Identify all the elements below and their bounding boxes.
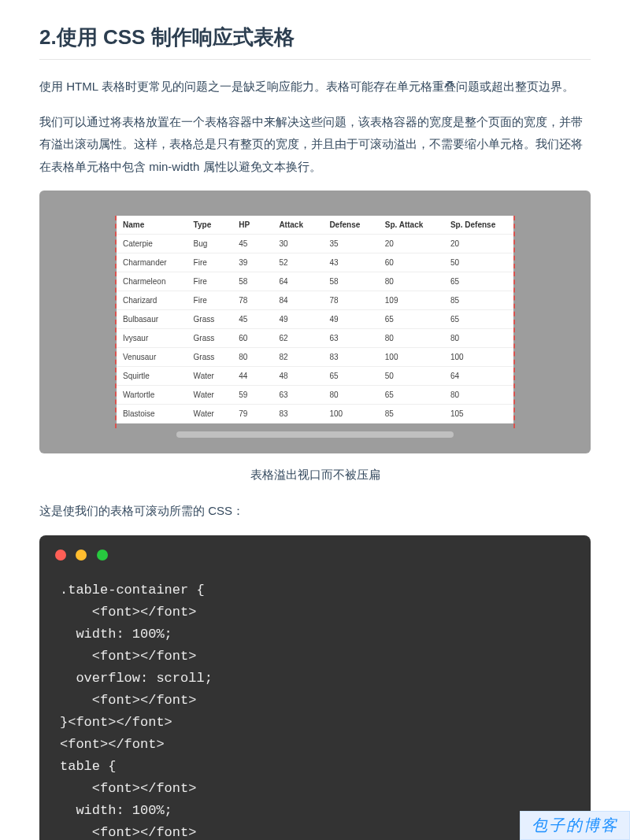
viewport-mask-left — [39, 216, 117, 428]
table-row: WartortleWater596380658058405 — [117, 386, 513, 405]
table-cell: Water — [187, 386, 233, 405]
table-cell: 62 — [272, 329, 323, 348]
paragraph-2: 我们可以通过将表格放置在一个表格容器中来解决这些问题，该表格容器的宽度是整个页面… — [39, 111, 591, 179]
paragraph-3: 这是使我们的表格可滚动所需的 CSS： — [39, 500, 591, 523]
table-cell: 48 — [272, 367, 323, 386]
table-cell: Charmeleon — [117, 272, 187, 291]
table-cell: Squirtle — [117, 367, 187, 386]
table-header: Sp. Attack — [379, 216, 444, 235]
table-cell: 100 — [444, 348, 513, 367]
table-cell: 30 — [272, 235, 323, 253]
table-cell: 50 — [379, 367, 444, 386]
code-block: .table-container { <font></font> width: … — [39, 535, 591, 841]
table-cell: 80 — [379, 272, 444, 291]
table-cell: 105 — [444, 405, 513, 424]
table-row: CharmeleonFire586458806580405 — [117, 272, 513, 291]
table-cell: 49 — [272, 310, 323, 329]
scrollbar-thumb[interactable] — [176, 431, 454, 438]
table-cell: 100 — [379, 348, 444, 367]
viewport-mask-right — [513, 216, 591, 428]
table-cell: 65 — [379, 386, 444, 405]
section-heading: 2.使用 CSS 制作响应式表格 — [39, 24, 591, 60]
table-cell: 52 — [272, 253, 323, 272]
table-demo-frame: NameTypeHPAttackDefenseSp. AttackSp. Def… — [39, 191, 591, 453]
table-cell: Charmander — [117, 253, 187, 272]
table-cell: 82 — [272, 348, 323, 367]
window-controls — [39, 550, 591, 575]
table-cell: 64 — [444, 367, 513, 386]
table-cell: 58 — [232, 272, 272, 291]
pokemon-table: NameTypeHPAttackDefenseSp. AttackSp. Def… — [117, 216, 513, 424]
table-row: BlastoiseWater79831008510578530 — [117, 405, 513, 424]
table-cell: 20 — [444, 235, 513, 253]
table-cell: 78 — [232, 291, 272, 310]
table-row: SquirtleWater444865506443314 — [117, 367, 513, 386]
table-cell: 65 — [379, 310, 444, 329]
table-cell: Caterpie — [117, 235, 187, 253]
table-cell: 80 — [232, 348, 272, 367]
table-row: BulbasaurGrass454949656545318 — [117, 310, 513, 329]
watermark-badge: 包子的博客 — [520, 811, 630, 840]
table-cell: Venusaur — [117, 348, 187, 367]
table-scroll-container[interactable]: NameTypeHPAttackDefenseSp. AttackSp. Def… — [117, 216, 513, 424]
table-cell: 49 — [323, 310, 378, 329]
table-cell: 39 — [232, 253, 272, 272]
table-cell: Blastoise — [117, 405, 187, 424]
paragraph-1: 使用 HTML 表格时更常见的问题之一是缺乏响应能力。表格可能存在单元格重叠问题… — [39, 76, 591, 98]
table-cell: Charizard — [117, 291, 187, 310]
table-cell: 84 — [272, 291, 323, 310]
table-row: CaterpieBug453035202045195 — [117, 235, 513, 253]
table-cell: 80 — [379, 329, 444, 348]
table-cell: 79 — [232, 405, 272, 424]
table-cell: 80 — [444, 329, 513, 348]
table-cell: 65 — [444, 272, 513, 291]
table-cell: 45 — [232, 310, 272, 329]
table-row: CharizardFire78847810985100534 — [117, 291, 513, 310]
table-row: CharmanderFire395243605065309 — [117, 253, 513, 272]
table-cell: Fire — [187, 272, 233, 291]
table-cell: Water — [187, 367, 233, 386]
table-cell: Bulbasaur — [117, 310, 187, 329]
table-cell: 64 — [272, 272, 323, 291]
table-header: Attack — [272, 216, 323, 235]
table-cell: 50 — [444, 253, 513, 272]
table-cell: 65 — [323, 367, 378, 386]
table-cell: Ivysaur — [117, 329, 187, 348]
table-row: VenusaurGrass80828310010080525 — [117, 348, 513, 367]
table-cell: Water — [187, 405, 233, 424]
table-cell: Bug — [187, 235, 233, 253]
minimize-icon[interactable] — [76, 550, 87, 561]
table-header: Defense — [323, 216, 378, 235]
table-cell: 85 — [379, 405, 444, 424]
table-cell: 80 — [444, 386, 513, 405]
table-cell: 45 — [232, 235, 272, 253]
table-cell: 83 — [323, 348, 378, 367]
maximize-icon[interactable] — [97, 550, 108, 561]
table-cell: 35 — [323, 235, 378, 253]
table-cell: Grass — [187, 329, 233, 348]
table-cell: Fire — [187, 291, 233, 310]
table-cell: Grass — [187, 310, 233, 329]
table-cell: 83 — [272, 405, 323, 424]
table-cell: Wartortle — [117, 386, 187, 405]
close-icon[interactable] — [55, 550, 66, 561]
table-cell: 63 — [323, 329, 378, 348]
table-header: Sp. Defense — [444, 216, 513, 235]
table-header: Type — [187, 216, 233, 235]
table-cell: 65 — [444, 310, 513, 329]
table-cell: 85 — [444, 291, 513, 310]
table-cell: 78 — [323, 291, 378, 310]
scrollbar-track[interactable] — [117, 431, 513, 439]
table-cell: 109 — [379, 291, 444, 310]
table-cell: Grass — [187, 348, 233, 367]
table-header: Name — [117, 216, 187, 235]
table-cell: 20 — [379, 235, 444, 253]
code-content[interactable]: .table-container { <font></font> width: … — [39, 575, 591, 841]
table-cell: 80 — [323, 386, 378, 405]
table-cell: 58 — [323, 272, 378, 291]
figure-caption: 表格溢出视口而不被压扁 — [39, 468, 591, 483]
table-cell: 60 — [232, 329, 272, 348]
table-cell: 59 — [232, 386, 272, 405]
table-cell: 63 — [272, 386, 323, 405]
table-cell: 60 — [379, 253, 444, 272]
